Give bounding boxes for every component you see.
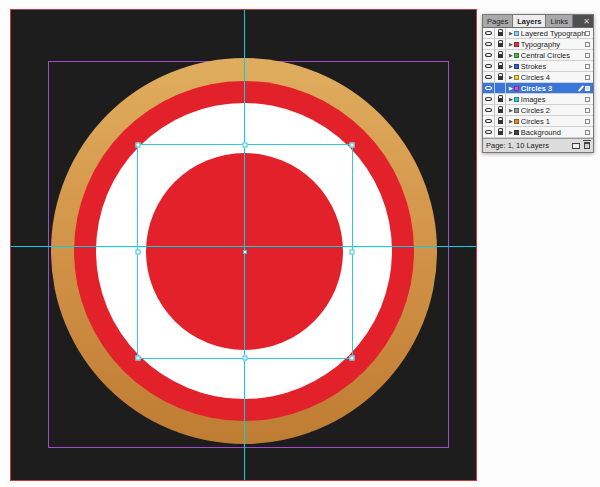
tab-pages[interactable]: Pages	[483, 15, 513, 27]
tab-links[interactable]: Links	[546, 15, 573, 27]
layer-name[interactable]: Images	[521, 94, 585, 105]
layer-name[interactable]: Central Circles	[521, 50, 585, 61]
layer-row[interactable]: ▶ Images	[483, 94, 593, 105]
lock-toggle[interactable]	[495, 94, 506, 104]
layer-name[interactable]: Layered Typography	[521, 28, 585, 39]
lock-toggle[interactable]	[495, 28, 506, 38]
layer-selection-square[interactable]	[585, 108, 590, 113]
lock-toggle[interactable]	[495, 39, 506, 49]
lock-toggle[interactable]	[495, 116, 506, 126]
selection-handle-n[interactable]	[243, 143, 248, 148]
expand-triangle-icon[interactable]: ▶	[509, 116, 513, 127]
expand-triangle-icon[interactable]: ▶	[509, 105, 513, 116]
expand-triangle-icon[interactable]: ▶	[509, 83, 513, 94]
tab-layers[interactable]: Layers	[513, 15, 546, 27]
layer-selection-square[interactable]	[585, 86, 590, 91]
visibility-toggle[interactable]	[483, 61, 495, 71]
visibility-toggle[interactable]	[483, 28, 495, 38]
layer-name[interactable]: Circles 3	[521, 83, 580, 94]
lock-icon	[498, 109, 503, 113]
layer-row[interactable]: ▶ Strokes	[483, 61, 593, 72]
lock-toggle[interactable]	[495, 105, 506, 115]
panel-tab-bar: Pages Layers Links ✕	[483, 15, 593, 28]
eye-icon	[485, 75, 492, 79]
visibility-toggle[interactable]	[483, 50, 495, 60]
pasteboard: Pages Layers Links ✕ ▶ Layered Typograph…	[0, 0, 600, 487]
lock-toggle[interactable]	[495, 50, 506, 60]
layer-row[interactable]: ▶ Central Circles	[483, 50, 593, 61]
new-layer-icon[interactable]	[572, 143, 580, 149]
layer-name[interactable]: Circles 4	[521, 72, 585, 83]
panel-status-bar: Page: 1, 10 Layers	[483, 138, 593, 152]
layer-row[interactable]: ▶ Circles 4	[483, 72, 593, 83]
delete-layer-icon[interactable]	[584, 142, 590, 149]
layer-color-swatch	[514, 97, 519, 102]
selection-handle-e[interactable]	[350, 249, 355, 254]
layer-selection-square[interactable]	[585, 53, 590, 58]
eye-icon	[485, 86, 492, 90]
expand-triangle-icon[interactable]: ▶	[509, 28, 513, 39]
layer-row[interactable]: ▶ Circles 3	[483, 83, 593, 94]
lock-icon	[498, 131, 503, 135]
layer-selection-square[interactable]	[585, 130, 590, 135]
selection-handle-w[interactable]	[136, 249, 141, 254]
expand-triangle-icon[interactable]: ▶	[509, 72, 513, 83]
selection-handle-sw[interactable]	[136, 356, 141, 361]
expand-triangle-icon[interactable]: ▶	[509, 127, 513, 138]
eye-icon	[485, 119, 492, 123]
selection-handle-nw[interactable]	[136, 143, 141, 148]
layer-row[interactable]: ▶ Circles 1	[483, 116, 593, 127]
lock-icon	[498, 98, 503, 102]
layer-selection-square[interactable]	[585, 31, 590, 36]
eye-icon	[485, 31, 492, 35]
layer-color-swatch	[514, 75, 519, 80]
eye-icon	[485, 108, 492, 112]
layer-row[interactable]: ▶ Background	[483, 127, 593, 138]
visibility-toggle[interactable]	[483, 83, 495, 93]
layer-color-swatch	[514, 53, 519, 58]
lock-icon	[498, 43, 503, 47]
layer-row[interactable]: ▶ Typography	[483, 39, 593, 50]
layer-selection-square[interactable]	[585, 42, 590, 47]
lock-toggle[interactable]	[495, 61, 506, 71]
layer-selection-square[interactable]	[585, 75, 590, 80]
layer-selection-square[interactable]	[585, 97, 590, 102]
lock-toggle[interactable]	[495, 83, 506, 93]
eye-icon	[485, 130, 492, 134]
layer-row[interactable]: ▶ Circles 2	[483, 105, 593, 116]
layer-name[interactable]: Circles 2	[521, 105, 585, 116]
layer-color-swatch	[514, 130, 519, 135]
layer-row[interactable]: ▶ Layered Typography	[483, 28, 593, 39]
layer-name[interactable]: Background	[521, 127, 585, 138]
expand-triangle-icon[interactable]: ▶	[509, 61, 513, 72]
layer-color-swatch	[514, 31, 519, 36]
lock-icon	[498, 65, 503, 69]
visibility-toggle[interactable]	[483, 116, 495, 126]
selection-center-point[interactable]	[243, 250, 247, 254]
expand-triangle-icon[interactable]: ▶	[509, 50, 513, 61]
layer-name[interactable]: Circles 1	[521, 116, 585, 127]
visibility-toggle[interactable]	[483, 94, 495, 104]
lock-toggle[interactable]	[495, 127, 506, 137]
status-text: Page: 1, 10 Layers	[486, 141, 549, 150]
eye-icon	[485, 97, 492, 101]
selection-bounding-box[interactable]	[137, 144, 353, 359]
selection-handle-se[interactable]	[350, 356, 355, 361]
selection-handle-ne[interactable]	[350, 143, 355, 148]
selection-handle-s[interactable]	[243, 356, 248, 361]
expand-triangle-icon[interactable]: ▶	[509, 39, 513, 50]
layer-selection-square[interactable]	[585, 64, 590, 69]
layer-name[interactable]: Typography	[521, 39, 585, 50]
close-icon[interactable]: ✕	[580, 15, 593, 27]
visibility-toggle[interactable]	[483, 127, 495, 137]
layer-name[interactable]: Strokes	[521, 61, 585, 72]
layer-color-swatch	[514, 42, 519, 47]
lock-icon	[498, 32, 503, 36]
visibility-toggle[interactable]	[483, 105, 495, 115]
lock-toggle[interactable]	[495, 72, 506, 82]
visibility-toggle[interactable]	[483, 39, 495, 49]
layer-color-swatch	[514, 119, 519, 124]
visibility-toggle[interactable]	[483, 72, 495, 82]
layer-selection-square[interactable]	[585, 119, 590, 124]
expand-triangle-icon[interactable]: ▶	[509, 94, 513, 105]
